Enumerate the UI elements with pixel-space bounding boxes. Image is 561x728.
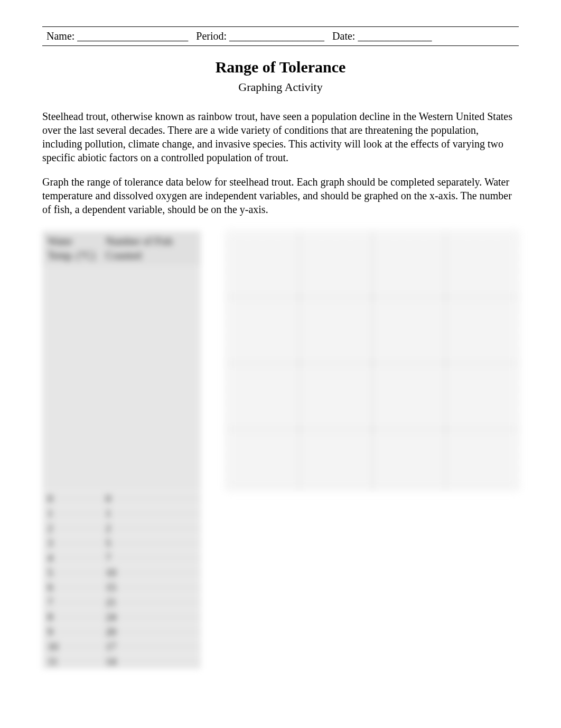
- table-row: 00: [42, 492, 201, 506]
- table-cell-temp: 11: [42, 655, 100, 669]
- table-cell-count: 0: [100, 492, 201, 506]
- table-cell-count: 10: [100, 566, 201, 580]
- table-cell-count: 24: [100, 610, 201, 625]
- worksheet-header: Name: _____________________ Period: ____…: [42, 26, 519, 46]
- table-cell-count: 1: [100, 506, 201, 521]
- table-cell-count: 2: [100, 521, 201, 536]
- table-cell-count: 7: [100, 551, 201, 566]
- table-spacer: [42, 264, 201, 492]
- table-cell-temp: 1: [42, 506, 100, 521]
- table-cell-temp: 10: [42, 640, 100, 655]
- name-field-label: Name: _____________________: [46, 30, 188, 42]
- page-subtitle: Graphing Activity: [42, 79, 519, 95]
- table-cell-count: 17: [100, 640, 201, 655]
- table-row: 615: [42, 580, 201, 595]
- table-row: 920: [42, 625, 201, 640]
- page-title: Range of Tolerance: [42, 57, 519, 78]
- intro-paragraph: Steelhead trout, otherwise known as rain…: [42, 109, 519, 164]
- table-cell-temp: 7: [42, 595, 100, 610]
- table-cell-count: 20: [100, 625, 201, 640]
- table-row: 721: [42, 595, 201, 610]
- table-cell-temp: 5: [42, 566, 100, 580]
- instructions-paragraph: Graph the range of tolerance data below …: [42, 175, 519, 216]
- table-cell-temp: 6: [42, 580, 100, 595]
- table-header-temp: Water Temp. (°C): [42, 231, 100, 264]
- content-row: Water Temp. (°C) Number of Fish Counted …: [42, 231, 519, 669]
- table-cell-count: 15: [100, 580, 201, 595]
- table-row: 510: [42, 566, 201, 580]
- table-cell-temp: 3: [42, 536, 100, 551]
- table-cell-temp: 9: [42, 625, 100, 640]
- table-cell-temp: 4: [42, 551, 100, 566]
- table-cell-count: 21: [100, 595, 201, 610]
- data-table-panel: Water Temp. (°C) Number of Fish Counted …: [42, 231, 201, 669]
- graph-grid-area: [226, 231, 519, 490]
- graph-grid-icon: [226, 231, 519, 490]
- table-cell-count: 14: [100, 655, 201, 669]
- table-row: 47: [42, 551, 201, 566]
- table-row: 1017: [42, 640, 201, 655]
- data-table: Water Temp. (°C) Number of Fish Counted …: [42, 231, 201, 669]
- table-row: 22: [42, 521, 201, 536]
- table-header-count: Number of Fish Counted: [100, 231, 201, 264]
- table-row: 824: [42, 610, 201, 625]
- table-row: 35: [42, 536, 201, 551]
- table-row: 11: [42, 506, 201, 521]
- table-cell-temp: 0: [42, 492, 100, 506]
- table-cell-count: 5: [100, 536, 201, 551]
- period-field-label: Period: __________________: [196, 30, 324, 42]
- table-row: 1114: [42, 655, 201, 669]
- table-cell-temp: 8: [42, 610, 100, 625]
- table-cell-temp: 2: [42, 521, 100, 536]
- date-field-label: Date: ______________: [332, 30, 432, 42]
